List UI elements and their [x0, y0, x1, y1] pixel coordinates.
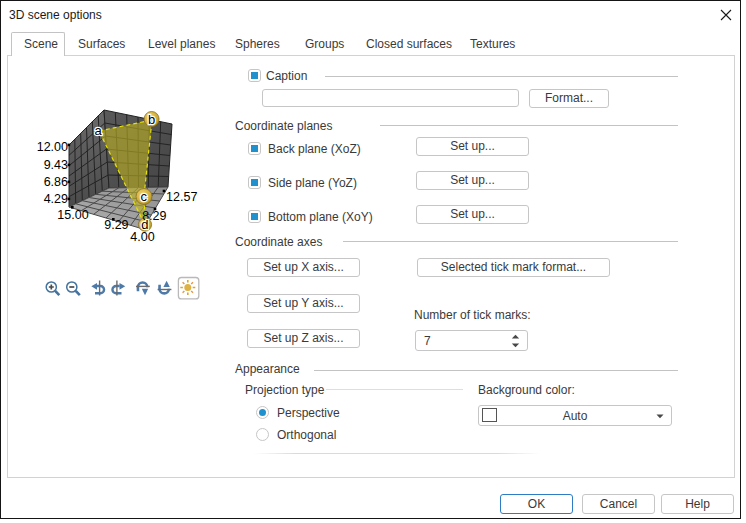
svg-text:c: c — [141, 189, 148, 204]
svg-text:15.00: 15.00 — [57, 208, 88, 222]
svg-text:a: a — [94, 123, 102, 138]
svg-text:9.29: 9.29 — [104, 218, 128, 232]
svg-text:d: d — [141, 217, 148, 232]
svg-text:4.00: 4.00 — [130, 230, 154, 244]
svg-text:b: b — [148, 112, 155, 127]
svg-text:4.29: 4.29 — [44, 192, 68, 206]
svg-text:9.43: 9.43 — [44, 158, 68, 172]
svg-text:12.57: 12.57 — [166, 190, 197, 204]
svg-text:6.86: 6.86 — [44, 175, 68, 189]
svg-text:12.00: 12.00 — [37, 140, 68, 154]
